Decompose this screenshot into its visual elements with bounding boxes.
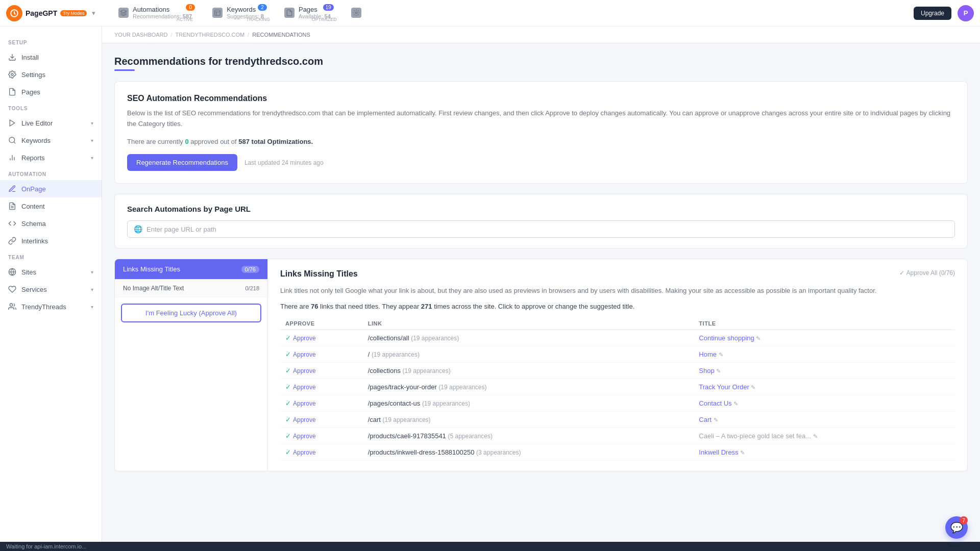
category-sub-no-image-alt[interactable]: No Image Alt/Title Text 0/218 — [115, 280, 267, 297]
extra-icon — [351, 8, 361, 18]
sites-chevron: ▾ — [91, 269, 93, 275]
keywords-chevron: ▾ — [91, 138, 93, 143]
title-value: Continue shopping — [699, 334, 754, 342]
approve-link[interactable]: ✓ Approve — [285, 350, 358, 358]
globe-icon: 🌐 — [134, 225, 142, 233]
edit-icon[interactable]: ✎ — [813, 433, 818, 439]
tools-section-label: TOOLS — [0, 101, 102, 114]
nav-item-automations[interactable]: Automations Recommendations: 587 0 ACTIV… — [108, 0, 202, 27]
automation-section-label: AUTOMATION — [0, 166, 102, 180]
last-updated: Last updated 24 minutes ago — [244, 159, 324, 166]
edit-icon[interactable]: ✎ — [733, 400, 738, 407]
link-appearances: (3 appearances) — [476, 449, 521, 456]
category-badge: 0/76 — [241, 266, 259, 273]
approve-link[interactable]: ✓ Approve — [285, 416, 358, 423]
title-value: Inkwell Dress — [699, 448, 738, 456]
right-panel: Links Missing Titles ✓ Approve All (0/76… — [268, 259, 967, 471]
sidebar-item-sites[interactable]: Sites ▾ — [0, 263, 102, 281]
sidebar-item-settings[interactable]: Settings — [0, 66, 102, 83]
title-cell: Cart ✎ — [694, 412, 955, 428]
table-row: ✓ Approve/pages/contact-us (19 appearanc… — [280, 395, 955, 412]
approve-link[interactable]: ✓ Approve — [285, 334, 358, 342]
edit-icon[interactable]: ✎ — [756, 335, 761, 341]
edit-icon[interactable]: ✎ — [714, 417, 718, 423]
approve-link[interactable]: ✓ Approve — [285, 448, 358, 456]
onpage-icon — [8, 185, 16, 193]
check-icon: ✓ — [285, 399, 291, 407]
sidebar-item-onpage[interactable]: OnPage — [0, 180, 102, 197]
upgrade-button[interactable]: Upgrade — [914, 7, 951, 20]
chat-bubble[interactable]: 💬 7 — [945, 516, 968, 539]
link-cell: /pages/contact-us (19 appearances) — [363, 395, 694, 412]
sidebar-item-content[interactable]: Content — [0, 197, 102, 215]
appearances-count: 271 — [421, 303, 432, 310]
sidebar-item-install[interactable]: Install — [0, 48, 102, 66]
approve-link[interactable]: ✓ Approve — [285, 367, 358, 374]
table-row: ✓ Approve/products/caeli-917835541 (5 ap… — [280, 428, 955, 444]
link-path: /products/caeli-917835541 — [368, 432, 446, 440]
col-title: TITLE — [694, 317, 955, 330]
sidebar-item-keywords[interactable]: Keywords ▾ — [0, 132, 102, 149]
approve-link[interactable]: ✓ Approve — [285, 399, 358, 407]
category-item-links-missing-titles[interactable]: Links Missing Titles 0/76 — [115, 259, 267, 280]
link-appearances: (19 appearances) — [383, 416, 431, 423]
sidebar-item-schema[interactable]: Schema — [0, 215, 102, 232]
services-icon — [8, 285, 16, 293]
checkmark-icon: ✓ — [899, 269, 904, 277]
edit-icon[interactable]: ✎ — [751, 384, 755, 390]
check-icon: ✓ — [285, 448, 291, 456]
nav-automations-badge: 0 — [186, 4, 195, 11]
sidebar-item-pages[interactable]: Pages — [0, 83, 102, 101]
regen-button[interactable]: Regenerate Recommendations — [127, 154, 237, 171]
breadcrumb-dashboard[interactable]: YOUR DASHBOARD — [114, 32, 168, 38]
install-icon — [8, 53, 16, 61]
nav-keywords-badge-label: TRACKING — [246, 17, 270, 22]
table-row: ✓ Approve/cart (19 appearances)Cart ✎ — [280, 412, 955, 428]
sidebar-item-interlinks[interactable]: Interlinks — [0, 232, 102, 249]
sidebar-item-services[interactable]: Services ▾ — [0, 281, 102, 298]
link-path: /pages/track-your-order — [368, 383, 437, 391]
links-count: 76 — [311, 303, 318, 310]
title-cell: Contact Us ✎ — [694, 395, 955, 412]
feeling-lucky-button[interactable]: I'm Feeling Lucky (Approve All) — [121, 304, 261, 322]
col-approve: APPROVE — [280, 317, 363, 330]
interlinks-icon — [8, 237, 16, 245]
edit-icon[interactable]: ✎ — [716, 368, 721, 374]
avatar[interactable]: P — [958, 5, 974, 21]
approve-link[interactable]: ✓ Approve — [285, 383, 358, 391]
col-link: LINK — [363, 317, 694, 330]
link-cell: /products/inkwell-dress-1588100250 (3 ap… — [363, 444, 694, 461]
nav-item-keywords[interactable]: Keywords Suggestions: 8 2 TRACKING — [202, 0, 274, 27]
link-cell: / (19 appearances) — [363, 346, 694, 363]
nav-item-pages[interactable]: Pages Available: 54 19 OPTIMIZED — [274, 0, 341, 27]
edit-icon[interactable]: ✎ — [740, 449, 745, 456]
title-value: Shop — [699, 367, 714, 374]
link-appearances: (19 appearances) — [403, 367, 451, 374]
keywords-icon — [212, 8, 223, 18]
reports-icon — [8, 154, 16, 162]
live-editor-label: Live Editor — [21, 119, 53, 127]
svg-point-4 — [11, 73, 13, 76]
title-value: Caeli – A two-piece gold lace set fea... — [699, 432, 811, 440]
services-chevron: ▾ — [91, 287, 93, 292]
approve-link[interactable]: ✓ Approve — [285, 432, 358, 440]
approve-all-button[interactable]: ✓ Approve All (0/76) — [899, 269, 955, 277]
settings-label: Settings — [21, 71, 45, 79]
title-value: Home — [699, 350, 717, 358]
link-appearances: (19 appearances) — [422, 400, 470, 407]
breadcrumb-site[interactable]: TRENDYTHREDSCO.COM — [176, 32, 245, 38]
check-icon: ✓ — [285, 367, 291, 374]
pages-sidebar-label: Pages — [21, 88, 40, 96]
sidebar-item-reports[interactable]: Reports ▾ — [0, 149, 102, 166]
two-col-panel: Links Missing Titles 0/76 No Image Alt/T… — [114, 259, 968, 471]
sidebar-item-trendythreads[interactable]: TrendyThreads ▾ — [0, 298, 102, 315]
check-icon: ✓ — [285, 383, 291, 391]
svg-point-15 — [10, 304, 12, 306]
content-label: Content — [21, 203, 45, 210]
sidebar-item-live-editor[interactable]: Live Editor ▾ — [0, 114, 102, 132]
edit-icon[interactable]: ✎ — [719, 352, 723, 358]
search-input[interactable] — [146, 226, 948, 233]
nav-item-extra[interactable] — [341, 0, 372, 27]
links-table: APPROVE LINK TITLE ✓ Approve/collections… — [280, 317, 955, 461]
logo-dropdown-icon[interactable]: ▾ — [92, 9, 95, 17]
